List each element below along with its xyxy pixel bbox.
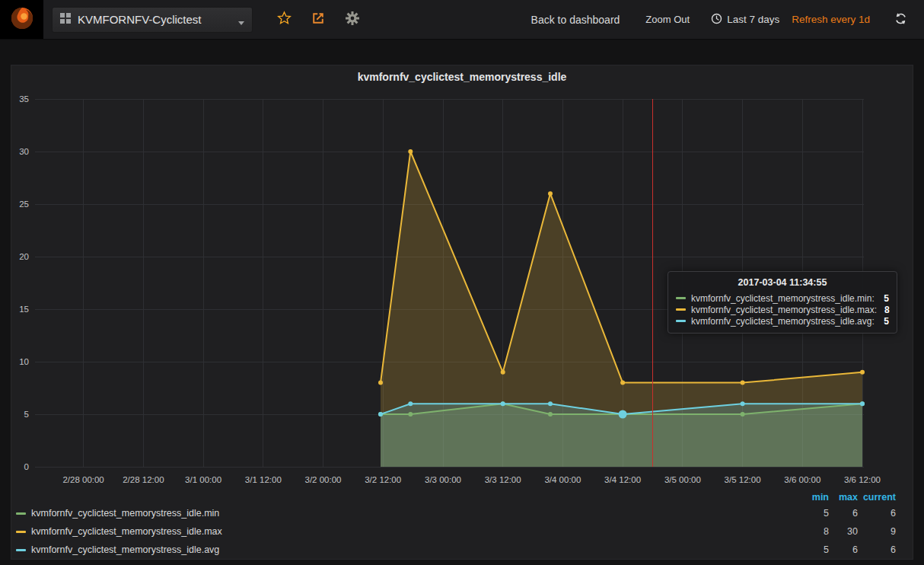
series-color-dash (16, 549, 26, 551)
legend-max-value: 30 (829, 526, 858, 537)
svg-text:3/2 12:00: 3/2 12:00 (365, 475, 401, 484)
dashboard-title: KVMFORNFV-Cyclictest (78, 13, 202, 26)
legend-series-label[interactable]: kvmfornfv_cyclictest_memorystress_idle.a… (31, 544, 800, 555)
svg-text:0: 0 (24, 462, 29, 471)
graph-panel: kvmfornfv_cyclictest_memorystress_idle 0… (11, 65, 913, 560)
svg-text:3/5 00:00: 3/5 00:00 (664, 475, 701, 484)
series-color-dash (676, 297, 686, 299)
back-to-dashboard-link[interactable]: Back to dashboard (531, 14, 620, 26)
svg-text:3/1 12:00: 3/1 12:00 (245, 475, 282, 484)
legend: min max current kvmfornfv_cyclictest_mem… (11, 488, 913, 559)
svg-text:3/3 00:00: 3/3 00:00 (425, 475, 461, 484)
clock-icon (711, 13, 727, 27)
legend-min-value: 5 (800, 508, 829, 519)
legend-min-value: 8 (800, 526, 829, 537)
tooltip-row: kvmfornfv_cyclictest_memorystress_idle.m… (676, 292, 889, 304)
svg-text:5: 5 (24, 410, 29, 419)
series-color-dash (676, 308, 686, 311)
tooltip-series-value: 5 (876, 293, 889, 304)
tooltip-series-value: 5 (876, 316, 889, 327)
series-color-dash (16, 512, 26, 515)
tooltip-timestamp: 2017-03-04 11:34:55 (676, 277, 889, 288)
svg-text:3/6 12:00: 3/6 12:00 (844, 475, 881, 484)
svg-text:3/4 12:00: 3/4 12:00 (604, 475, 641, 484)
share-button[interactable] (311, 13, 325, 27)
tooltip-series-label: kvmfornfv_cyclictest_memorystress_idle.m… (691, 293, 875, 304)
svg-text:3/4 00:00: 3/4 00:00 (544, 475, 581, 484)
legend-series-label[interactable]: kvmfornfv_cyclictest_memorystress_idle.m… (31, 526, 800, 537)
star-button[interactable] (277, 13, 291, 27)
svg-text:2/28 12:00: 2/28 12:00 (123, 475, 164, 484)
svg-text:10: 10 (19, 357, 29, 366)
refresh-button[interactable] (894, 12, 907, 27)
legend-row-max: kvmfornfv_cyclictest_memorystress_idle.m… (16, 522, 896, 541)
svg-text:3/3 12:00: 3/3 12:00 (485, 475, 521, 484)
svg-text:30: 30 (19, 147, 29, 156)
svg-text:20: 20 (19, 252, 29, 261)
svg-text:3/1 00:00: 3/1 00:00 (185, 475, 221, 484)
dashboard-grid-icon (60, 13, 71, 26)
time-range-label: Last 7 days (727, 14, 779, 25)
legend-row-avg: kvmfornfv_cyclictest_memorystress_idle.a… (16, 541, 896, 559)
legend-header-row: min max current (16, 490, 896, 504)
svg-text:25: 25 (19, 200, 29, 209)
legend-series-label[interactable]: kvmfornfv_cyclictest_memorystress_idle.m… (31, 508, 800, 519)
svg-text:15: 15 (19, 305, 29, 314)
dashboard-picker[interactable]: KVMFORNFV-Cyclictest (52, 7, 253, 33)
tooltip-row: kvmfornfv_cyclictest_memorystress_idle.m… (676, 304, 889, 315)
refresh-interval-button[interactable]: Refresh every 1d (792, 14, 870, 25)
series-color-dash (676, 320, 686, 322)
panel-title[interactable]: kvmfornfv_cyclictest_memorystress_idle (11, 65, 913, 88)
legend-min-value: 5 (800, 544, 829, 555)
svg-text:35: 35 (19, 94, 29, 104)
chart-tooltip: 2017-03-04 11:34:55 kvmfornfv_cyclictest… (668, 271, 897, 334)
legend-current-value: 6 (858, 508, 896, 519)
time-range-button[interactable]: Last 7 days (711, 13, 779, 27)
navbar-right: Back to dashboard Zoom Out Last 7 days R… (531, 12, 924, 27)
panel-action-icons (277, 13, 380, 27)
chart-area: 051015202530352/28 00:002/28 12:003/1 00… (11, 88, 913, 488)
gear-icon (346, 11, 359, 28)
grafana-logo-icon (8, 5, 36, 35)
legend-max-value: 6 (829, 508, 858, 519)
refresh-icon (894, 12, 907, 27)
star-icon (277, 11, 292, 28)
navbar: KVMFORNFV-Cyclictest (0, 0, 924, 40)
legend-current-value: 6 (858, 544, 896, 555)
legend-header-current[interactable]: current (858, 492, 896, 503)
legend-header-min[interactable]: min (800, 492, 829, 503)
series-color-dash (16, 531, 26, 533)
legend-row-min: kvmfornfv_cyclictest_memorystress_idle.m… (16, 504, 896, 522)
tooltip-series-value: 8 (877, 305, 890, 315)
legend-max-value: 6 (829, 544, 858, 555)
legend-current-value: 9 (858, 526, 896, 537)
chevron-down-icon (238, 21, 244, 25)
zoom-out-button[interactable]: Zoom Out (645, 14, 690, 25)
svg-text:3/2 00:00: 3/2 00:00 (305, 475, 342, 484)
svg-text:3/6 00:00: 3/6 00:00 (784, 475, 820, 484)
tooltip-series-label: kvmfornfv_cyclictest_memorystress_idle.a… (691, 316, 875, 327)
grafana-logo[interactable] (0, 0, 43, 39)
tooltip-series-label: kvmfornfv_cyclictest_memorystress_idle.m… (691, 305, 877, 315)
share-icon (311, 11, 325, 28)
tooltip-row: kvmfornfv_cyclictest_memorystress_idle.a… (676, 315, 889, 327)
settings-button[interactable] (346, 13, 359, 27)
legend-header-max[interactable]: max (829, 492, 858, 503)
svg-text:3/5 12:00: 3/5 12:00 (725, 475, 761, 484)
svg-text:2/28 00:00: 2/28 00:00 (62, 475, 104, 484)
